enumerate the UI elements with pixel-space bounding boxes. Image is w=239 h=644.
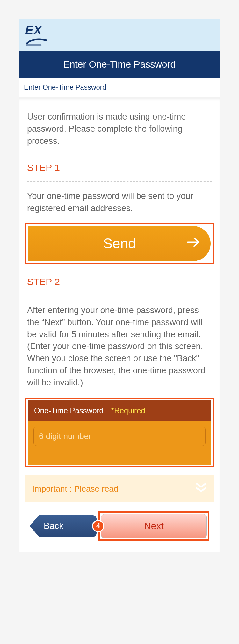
main-content: User confirmation is made using one-time… (19, 97, 220, 552)
required-label: *Required (111, 406, 145, 415)
step2-desc: After entering your one-time password, p… (25, 296, 214, 395)
top-bar: EX (19, 19, 220, 51)
badge-number: 4 (96, 522, 100, 530)
chevron-down-icon (195, 482, 207, 495)
next-button-label: Next (144, 521, 164, 531)
otp-field-header: One-Time Password *Required (28, 400, 211, 421)
back-button-wrap: Back 4 (30, 515, 97, 537)
otp-input-wrap (28, 421, 211, 446)
page-title: Enter One-Time Password (19, 51, 220, 78)
otp-section: One-Time Password *Required (28, 400, 211, 465)
intro-text: User confirmation is made using one-time… (25, 98, 214, 157)
next-button[interactable]: Next (101, 514, 207, 538)
arrow-right-icon (187, 237, 200, 250)
otp-field-label: One-Time Password (34, 406, 104, 415)
back-button-label: Back (44, 521, 63, 531)
otp-input[interactable] (33, 427, 206, 446)
important-label: Important : Please read (32, 484, 118, 494)
step2-label: STEP 2 (25, 271, 214, 296)
otp-section-highlight: One-Time Password *Required (25, 398, 214, 467)
next-button-highlight: Next (98, 511, 209, 541)
breadcrumb: Enter One-Time Password (19, 78, 220, 97)
step1-label: STEP 1 (25, 157, 214, 181)
important-expand[interactable]: Important : Please read (25, 475, 214, 502)
ex-logo: EX (25, 24, 48, 46)
step-badge: 4 (92, 520, 104, 532)
app-frame: EX Enter One-Time Password Enter One-Tim… (19, 19, 220, 552)
step1-desc: Your one-time password will be sent to y… (25, 182, 214, 221)
footer-buttons: Back 4 Next (25, 502, 214, 552)
send-button-label: Send (103, 236, 136, 251)
back-button[interactable]: Back (30, 515, 97, 537)
send-button[interactable]: Send (28, 226, 211, 261)
train-icon (25, 36, 48, 46)
send-button-highlight: Send (25, 223, 214, 264)
logo-text: EX (25, 24, 42, 36)
